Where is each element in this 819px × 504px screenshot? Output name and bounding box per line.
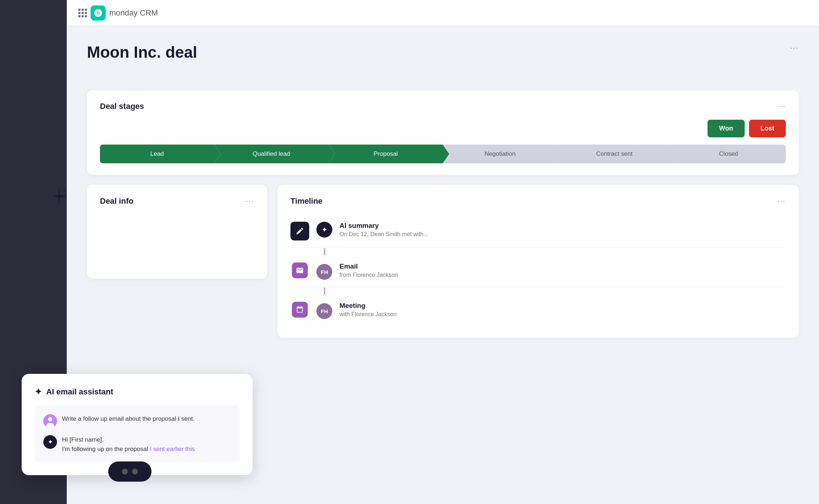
- timeline-header: Timeline ···: [290, 196, 786, 206]
- deal-info-title: Deal info: [100, 196, 133, 206]
- ai-sparkle-icon: ✦: [35, 387, 42, 397]
- stage-closed[interactable]: Closed: [671, 145, 786, 163]
- robot-icon[interactable]: [108, 461, 152, 482]
- deal-stages-card: Deal stages ··· Won Lost Lead Qualified …: [87, 90, 799, 175]
- ai-popup-title: ✦ AI email assistant: [35, 387, 240, 397]
- svg-point-1: [48, 417, 52, 421]
- brand-name-monday: monday: [109, 8, 137, 17]
- stages-row: Lead Qualified lead Proposal Negotiation…: [100, 145, 786, 163]
- chat-message-user: Write a follow up email about the propos…: [43, 414, 231, 428]
- meeting-icon: [292, 302, 308, 318]
- brand-name: monday CRM: [109, 8, 158, 18]
- stage-qualified-lead[interactable]: Qualified lead: [214, 145, 329, 163]
- page-header: Moon Inc. deal ···: [87, 43, 799, 76]
- email-title: Email: [340, 262, 786, 270]
- timeline-connector-2: [290, 287, 786, 295]
- user-message-content: Write a follow up email about the propos…: [62, 415, 194, 422]
- page-title: Moon Inc. deal: [87, 43, 197, 61]
- timeline-connector-1: [290, 248, 786, 255]
- meeting-text: Meeting with Florence Jackson: [340, 302, 786, 318]
- meeting-avatar-initials: FH: [321, 308, 328, 314]
- timeline-item-ai-summary: ✦ AI summary On Dec 12, Dean Smith met w…: [290, 215, 786, 248]
- stage-qualified-lead-label: Qualified lead: [253, 150, 290, 158]
- meeting-subtitle: with Florence Jackson: [340, 311, 786, 318]
- pencil-icon: [290, 222, 309, 240]
- user-chat-avatar: [43, 414, 57, 428]
- email-icon: [292, 262, 308, 278]
- timeline-more-button[interactable]: ···: [777, 196, 786, 206]
- email-svg: [296, 266, 304, 274]
- ai-summary-text: AI summary On Dec 12, Dean Smith met wit…: [340, 222, 786, 238]
- robot-dot-right: [132, 469, 138, 474]
- sparkle-svg: [51, 187, 68, 205]
- ai-summary-subtitle: On Dec 12, Dean Smith met with...: [340, 231, 786, 238]
- email-subtitle: from Florence Jackson: [340, 272, 786, 278]
- ai-summary-title: AI summary: [340, 222, 786, 230]
- brand-logo-icon: [91, 5, 106, 21]
- ai-chat-avatar: ✦: [43, 435, 57, 449]
- stage-proposal[interactable]: Proposal: [329, 145, 443, 163]
- brand-name-crm: CRM: [140, 8, 158, 17]
- col-right: Timeline ··· ✦: [277, 185, 799, 348]
- lost-button[interactable]: Lost: [749, 120, 786, 137]
- grid-icon[interactable]: [78, 9, 87, 17]
- meeting-title: Meeting: [340, 302, 786, 310]
- email-avatar-initials: FH: [321, 269, 328, 275]
- ai-star-icon: ✦: [321, 225, 328, 234]
- deal-stages-title: Deal stages: [100, 102, 144, 111]
- deal-info-more-button[interactable]: ···: [246, 196, 254, 206]
- topbar-logo: monday CRM: [78, 5, 158, 21]
- stage-contract-sent-label: Contract sent: [596, 150, 632, 158]
- email-text: Email from Florence Jackson: [340, 262, 786, 278]
- timeline-item-email: FH Email from Florence Jackson: [290, 255, 786, 287]
- timeline-item-meeting: FH Meeting with Florence Jackson: [290, 295, 786, 326]
- ai-summary-bubble: ✦: [316, 222, 332, 238]
- deal-stages-more-button[interactable]: ···: [777, 102, 786, 111]
- two-col-section: Deal info ··· Timeline ···: [87, 185, 799, 348]
- stage-contract-sent[interactable]: Contract sent: [557, 145, 671, 163]
- stage-negotiation-label: Negotiation: [485, 150, 516, 158]
- user-avatar-svg: [43, 414, 57, 428]
- user-message-text: Write a follow up email about the propos…: [62, 414, 194, 424]
- meeting-svg: [296, 306, 304, 314]
- ai-highlight-text: I sent earlier this: [150, 446, 195, 452]
- deal-info-card: Deal info ···: [87, 185, 267, 279]
- stage-negotiation[interactable]: Negotiation: [443, 145, 557, 163]
- pencil-svg: [295, 227, 304, 235]
- deal-stages-header: Deal stages ···: [100, 102, 786, 111]
- ai-response-text: Hi [First name], I'm following up on the…: [62, 435, 195, 454]
- timeline-title: Timeline: [290, 196, 323, 206]
- meeting-avatar: FH: [316, 303, 332, 319]
- stage-lead-label: Lead: [150, 150, 164, 158]
- chat-box: Write a follow up email about the propos…: [35, 406, 240, 462]
- chat-message-ai: ✦ Hi [First name], I'm following up on t…: [43, 435, 231, 454]
- robot-dot-left: [122, 469, 128, 474]
- ai-assistant-title-text: AI email assistant: [46, 387, 113, 397]
- timeline-card: Timeline ··· ✦: [277, 185, 799, 338]
- outcome-buttons: Won Lost: [100, 120, 786, 137]
- sparkle-decoration: [51, 187, 68, 208]
- won-button[interactable]: Won: [708, 120, 745, 137]
- page-more-button[interactable]: ···: [790, 43, 799, 53]
- topbar: monday CRM: [67, 0, 819, 26]
- brand-logo-svg: [93, 8, 103, 18]
- email-avatar: FH: [316, 264, 332, 280]
- timeline-list: ✦ AI summary On Dec 12, Dean Smith met w…: [290, 215, 786, 326]
- stage-lead[interactable]: Lead: [100, 145, 214, 163]
- ai-response-icon: ✦: [48, 438, 53, 446]
- col-left: Deal info ···: [87, 185, 267, 348]
- deal-info-header: Deal info ···: [100, 196, 254, 206]
- stage-proposal-label: Proposal: [374, 150, 398, 158]
- stage-closed-label: Closed: [719, 150, 738, 158]
- ai-email-assistant-popup: ✦ AI email assistant Write a follow up e…: [22, 374, 253, 475]
